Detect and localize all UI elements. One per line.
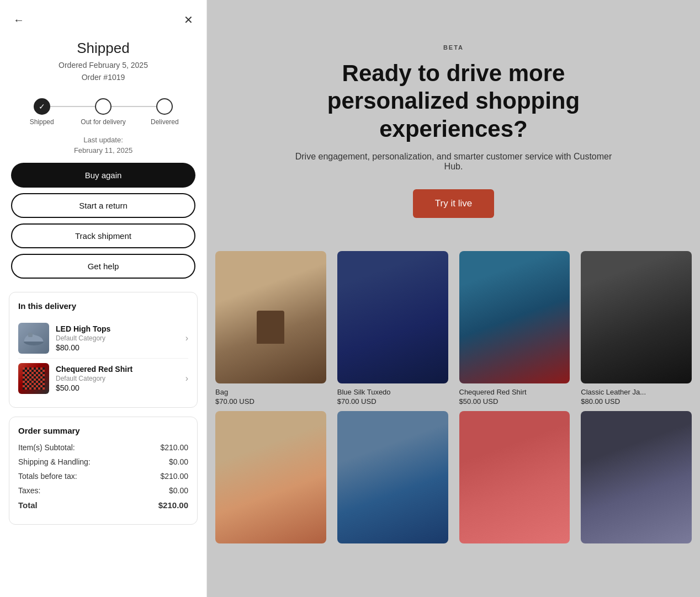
product-name-0: Bag [215,388,326,396]
panel-header: ← ✕ [0,0,206,29]
last-update-date: February 11, 2025 [0,145,206,156]
shipping-row: Shipping & Handling: $0.00 [18,457,188,466]
total-row: Total $210.00 [18,500,188,510]
product-image-1 [337,411,448,543]
step-shipped: ✓ Shipped [11,98,72,126]
item-thumbnail-0 [18,323,49,354]
step-circle-shipped: ✓ [34,98,50,115]
item-info-1: Chequered Red Shirt Default Category $50… [56,365,179,392]
before-tax-row: Totals before tax: $210.00 [18,472,188,481]
start-return-button[interactable]: Start a return [11,193,195,218]
buy-again-button[interactable]: Buy again [11,163,195,188]
taxes-row: Taxes: $0.00 [18,486,188,495]
chevron-icon-0: › [185,333,188,343]
subtotal-value: $210.00 [160,443,188,452]
product-name-3: Classic Leather Ja... [581,388,692,396]
step-out-for-delivery: Out for delivery [72,98,134,126]
step-circle-out [95,98,112,115]
product-image-0 [215,411,326,543]
product-name-1: Blue Silk Tuxedo [337,388,448,396]
shipping-value: $0.00 [169,457,188,466]
order-panel: ← ✕ Shipped Ordered February 5, 2025 Ord… [0,0,207,597]
progress-line-1 [42,106,103,107]
promo-subtext: Drive engagement, personalization, and s… [294,152,614,172]
subtotal-label: Item(s) Subtotal: [18,443,75,452]
progress-line-2 [103,106,165,107]
product-price-2: $50.00 USD [459,397,570,406]
order-number: Order #1019 [0,71,206,83]
delivery-card: In this delivery LED High Tops Default C… [9,292,198,408]
total-label: Total [18,500,38,510]
product-card-row2-2[interactable] [459,411,570,549]
product-card-row1-3[interactable]: Classic Leather Ja... $80.00 USD [581,251,692,406]
before-tax-value: $210.00 [160,472,188,481]
product-card-row2-1[interactable] [337,411,448,549]
item-info-0: LED High Tops Default Category $80.00 [56,324,179,352]
try-live-button[interactable]: Try it live [413,189,494,218]
product-card-row1-1[interactable]: Blue Silk Tuxedo $70.00 USD [337,251,448,406]
item-price-0: $80.00 [56,343,179,352]
total-value: $210.00 [158,500,188,510]
back-button[interactable]: ← [11,12,26,29]
product-image-0 [215,251,326,383]
right-panel: BETA Ready to drive more personalized sh… [207,0,700,597]
track-shipment-button[interactable]: Track shipment [11,223,195,248]
product-card-row2-3[interactable] [581,411,692,549]
step-label-out: Out for delivery [81,118,125,126]
get-help-button[interactable]: Get help [11,254,195,279]
progress-tracker: ✓ Shipped Out for delivery Delivered [0,93,206,126]
beta-badge: BETA [443,44,464,51]
item-category-0: Default Category [56,334,179,342]
product-image-2 [459,411,570,543]
before-tax-label: Totals before tax: [18,472,77,481]
product-price-0: $70.00 USD [215,397,326,406]
product-image-3 [581,411,692,543]
step-label-shipped: Shipped [30,118,54,126]
chevron-icon-1: › [185,374,188,383]
shipping-label: Shipping & Handling: [18,457,91,466]
delivery-item-0[interactable]: LED High Tops Default Category $80.00 › [18,318,188,359]
product-image-1 [337,251,448,383]
product-row-1: Bag $70.00 USD Blue Silk Tuxedo $70.00 U… [213,251,694,406]
ordered-date: Ordered February 5, 2025 [0,59,206,71]
item-name-0: LED High Tops [56,324,179,333]
order-status-title: Shipped [0,40,206,57]
item-thumbnail-1 [18,363,49,394]
order-summary-title: Order summary [18,426,188,435]
product-card-row1-0[interactable]: Bag $70.00 USD [215,251,326,406]
taxes-label: Taxes: [18,486,40,495]
step-label-delivered: Delivered [151,118,179,126]
order-meta: Ordered February 5, 2025 Order #1019 [0,59,206,84]
product-price-1: $70.00 USD [337,397,448,406]
last-update: Last update: February 11, 2025 [0,135,206,156]
item-price-1: $50.00 [56,383,179,392]
action-buttons: Buy again Start a return Track shipment … [0,163,206,279]
delivery-card-title: In this delivery [18,301,188,311]
step-delivered: Delivered [134,98,195,126]
delivery-item-1[interactable]: Chequered Red Shirt Default Category $50… [18,359,188,398]
product-row-2 [213,411,694,549]
item-category-1: Default Category [56,375,179,382]
last-update-label: Last update: [0,135,206,146]
close-button[interactable]: ✕ [182,11,195,29]
product-price-3: $80.00 USD [581,397,692,406]
promo-section: BETA Ready to drive more personalized sh… [207,0,700,251]
subtotal-row: Item(s) Subtotal: $210.00 [18,443,188,452]
svg-rect-3 [23,367,45,390]
promo-headline: Ready to drive more personalized shoppin… [288,60,619,143]
item-name-1: Chequered Red Shirt [56,365,179,374]
product-image-3 [581,251,692,383]
product-name-2: Chequered Red Shirt [459,388,570,396]
svg-rect-1 [28,333,33,337]
taxes-value: $0.00 [169,486,188,495]
step-circle-delivered [156,98,173,115]
product-grid: Bag $70.00 USD Blue Silk Tuxedo $70.00 U… [207,251,700,560]
product-image-2 [459,251,570,383]
order-summary-card: Order summary Item(s) Subtotal: $210.00 … [9,417,198,525]
product-card-row2-0[interactable] [215,411,326,549]
product-card-row1-2[interactable]: Chequered Red Shirt $50.00 USD [459,251,570,406]
